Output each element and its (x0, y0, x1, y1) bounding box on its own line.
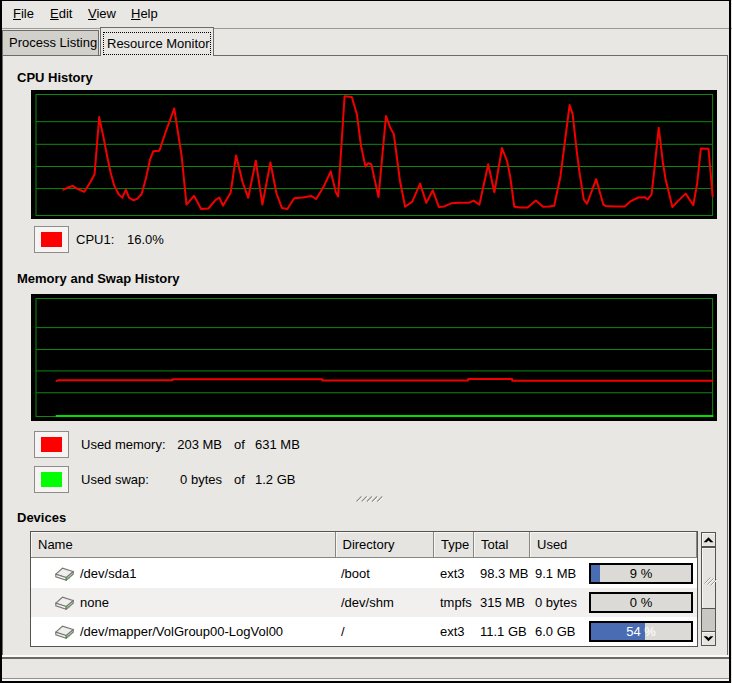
menu-file[interactable]: File (8, 1, 39, 27)
disk-icon (55, 625, 74, 639)
cell-directory: /boot (341, 559, 370, 588)
memory-swap-plot (31, 294, 717, 421)
swap-legend-swatch (34, 466, 69, 493)
disk-icon (55, 567, 74, 581)
column-header-directory[interactable]: Directory (336, 532, 435, 558)
arrow-down-icon (702, 632, 715, 645)
cpu1-legend-swatch (34, 226, 69, 253)
tab-process-listing-label: Process Listing (9, 35, 97, 50)
menu-view[interactable]: View (83, 1, 121, 27)
cpu-history-title: CPU History (17, 70, 93, 85)
memory-history-title: Memory and Swap History (17, 271, 180, 286)
scrollbar-thumb[interactable] (701, 547, 716, 609)
legend-value: 0 bytes (140, 466, 222, 493)
legend-label: Used swap: (81, 466, 149, 493)
swatch-color-fill (41, 472, 62, 487)
menu-edit[interactable]: Edit (45, 1, 77, 27)
devices-table-header: NameDirectoryTypeTotalUsed (31, 532, 697, 558)
legend-of: of (234, 466, 245, 493)
legend-total: 631 MB (255, 431, 300, 458)
menubar: FileEditViewHelp (0, 0, 732, 29)
legend-value: 203 MB (140, 431, 222, 458)
usage-percent-label: 0 % (591, 594, 691, 611)
cell-type: ext3 (440, 617, 465, 646)
tab-resource-monitor-label: Resource Monitor (103, 32, 211, 55)
cell-total: 315 MB (480, 588, 525, 617)
scrollbar-track[interactable] (701, 609, 716, 631)
memory-legend-swatch (34, 431, 69, 458)
tab-resource-monitor[interactable]: Resource Monitor (100, 27, 214, 56)
cell-type: tmpfs (440, 588, 472, 617)
usage-progress-bar: 0 % (589, 592, 693, 613)
devices-title: Devices (17, 510, 66, 525)
cpu1-legend-value: 16.0% (127, 226, 164, 253)
cell-used: 9.1 MB (535, 559, 576, 588)
devices-table: NameDirectoryTypeTotalUsed /dev/sda1/boo… (30, 531, 698, 647)
device-row-3[interactable]: /dev/mapper/VolGroup00-LogVol00/ext311.1… (31, 617, 697, 646)
column-header-type[interactable]: Type (434, 532, 474, 558)
menu-help[interactable]: Help (126, 1, 163, 27)
device-row-1[interactable]: /dev/sda1/bootext398.3 MB9.1 MB9 % (31, 559, 697, 588)
statusbar-bottom-highlight (2, 679, 731, 681)
column-header-total[interactable]: Total (474, 532, 530, 558)
devices-scrollbar[interactable] (701, 532, 716, 646)
device-row-2[interactable]: none/dev/shmtmpfs315 MB0 bytes0 % (31, 588, 697, 617)
legend-total: 1.2 GB (255, 466, 295, 493)
cell-name: /dev/mapper/VolGroup00-LogVol00 (80, 617, 283, 646)
cell-directory: /dev/shm (341, 588, 394, 617)
paned-resize-grip[interactable] (355, 495, 383, 503)
disk-icon (55, 596, 74, 610)
swatch-color-fill (41, 437, 62, 452)
tab-process-listing[interactable]: Process Listing (2, 30, 99, 55)
column-header-used[interactable]: Used (530, 532, 697, 558)
scrollbar-down-button[interactable] (701, 631, 716, 646)
memory-swap-chart (31, 294, 717, 421)
cpu-history-plot (31, 90, 717, 219)
cell-type: ext3 (440, 559, 465, 588)
statusbar (2, 659, 731, 678)
cpu1-legend-label: CPU1: (76, 226, 114, 253)
cell-total: 98.3 MB (480, 559, 528, 588)
swatch-color-fill (41, 232, 62, 247)
column-header-name[interactable]: Name (31, 532, 336, 558)
page-bottom-shadow (2, 657, 729, 659)
cell-total: 11.1 GB (480, 617, 527, 646)
usage-progress-bar: 54 % (589, 621, 693, 642)
cell-name: /dev/sda1 (80, 559, 136, 588)
cell-name: none (80, 588, 109, 617)
arrow-up-icon (702, 533, 715, 546)
usage-progress-bar: 9 % (589, 563, 693, 584)
cell-used: 6.0 GB (535, 617, 575, 646)
scrollbar-up-button[interactable] (701, 532, 716, 547)
cell-used: 0 bytes (535, 588, 577, 617)
system-monitor-window: FileEditViewHelp Process Listing Resourc… (0, 0, 732, 683)
usage-percent-label: 9 % (591, 565, 691, 582)
cpu-history-chart (31, 90, 717, 219)
cell-directory: / (341, 617, 345, 646)
thumb-grip-icon (702, 570, 717, 586)
legend-of: of (234, 431, 245, 458)
usage-percent-label: 54 % (591, 623, 691, 640)
